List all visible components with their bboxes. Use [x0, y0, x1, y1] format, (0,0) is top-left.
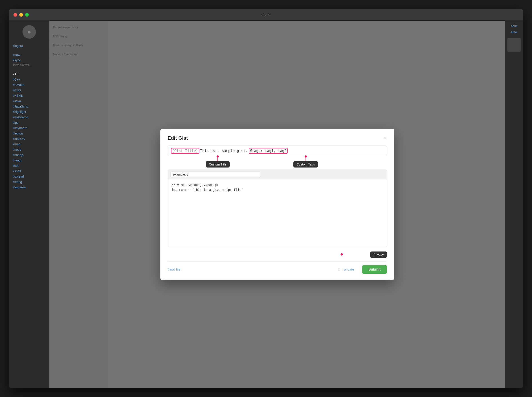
traffic-lights [13, 13, 29, 17]
add-file-link[interactable]: #add file [168, 267, 180, 271]
search-input[interactable] [507, 38, 521, 52]
sidebar-tag-html[interactable]: #HTML [9, 93, 50, 98]
privacy-tooltip: Privacy [370, 252, 387, 258]
avatar: ● [22, 25, 36, 39]
sidebar-tag-string[interactable]: #string [9, 179, 50, 185]
sidebar-tag-highlight[interactable]: #highlight [9, 109, 50, 115]
minimize-button[interactable] [19, 13, 23, 17]
custom-tags-tooltip: Custom Tags [294, 161, 318, 167]
private-label[interactable]: private [338, 267, 354, 271]
submit-button[interactable]: Submit [362, 265, 387, 274]
sidebar-tag-react[interactable]: #react [9, 158, 50, 163]
sidebar-item-sync[interactable]: #sync [9, 57, 50, 63]
main-content: Parse keywords for ES6 String Find comma… [50, 21, 505, 388]
sidebar-tag-macos[interactable]: #macOS [9, 136, 50, 142]
modal-overlay: Edit Gist × [Gist Title] This is a sampl… [50, 21, 505, 388]
sidebar-item-logout[interactable]: #logout [9, 43, 50, 49]
sidebar-tag-nodejs[interactable]: #nodejs [9, 152, 50, 158]
titlebar: Lepton [9, 9, 523, 21]
close-button[interactable] [13, 13, 17, 17]
sidebar-tags: #All #C++ #CMake #CSS #HTML #Java #JavaS… [9, 71, 50, 190]
custom-title-dot [217, 155, 219, 158]
custom-tags-annotation: Custom Tags [294, 155, 318, 167]
app-body: ● #logout #new #sync 23:26 01/02/2... #A… [9, 21, 523, 388]
edit-gist-modal: Edit Gist × [Gist Title] This is a sampl… [160, 129, 394, 280]
file-content-area[interactable]: // vim: syntax=javascript let test = 'Th… [168, 180, 387, 247]
custom-title-tooltip: Custom Title [206, 161, 230, 167]
modal-close-button[interactable]: × [384, 136, 387, 141]
window-title: Lepton [261, 13, 272, 17]
custom-tags-dot [305, 155, 307, 158]
sidebar-tag-css[interactable]: #CSS [9, 87, 50, 93]
sidebar-tag-shell[interactable]: #shell [9, 168, 50, 174]
sidebar-tag-set[interactable]: #set [9, 163, 50, 168]
footer-right: private Submit [338, 265, 387, 274]
sidebar-tag-cmake[interactable]: #CMake [9, 82, 50, 87]
gist-tags-part: #tags: tag1, tag2 [249, 148, 288, 154]
right-sidebar: #edit #raw [505, 21, 523, 388]
sidebar-tag-lepton[interactable]: #lepton [9, 131, 50, 136]
sidebar-tag-java[interactable]: #Java [9, 98, 50, 104]
sidebar-tag-spread[interactable]: #spread [9, 174, 50, 179]
privacy-dot [341, 253, 343, 255]
sidebar-tag-textarea[interactable]: #textarea [9, 185, 50, 190]
edit-link[interactable]: #edit [511, 24, 517, 28]
filename-input[interactable] [170, 172, 260, 177]
app-window: Lepton ● #logout #new #sync 23:26 01/02/… [9, 9, 523, 388]
file-line-2: let test = 'This is a javascript file' [171, 187, 383, 192]
modal-header: Edit Gist × [168, 135, 387, 141]
file-header [168, 170, 387, 180]
modal-title: Edit Gist [168, 135, 188, 141]
file-section: // vim: syntax=javascript let test = 'Th… [168, 169, 387, 247]
sidebar-tag-hostname[interactable]: #hostname [9, 115, 50, 120]
custom-title-annotation: Custom Title [206, 155, 230, 167]
sidebar-tag-map[interactable]: #map [9, 142, 50, 147]
gist-title-part: [Gist Title] [171, 148, 199, 154]
sidebar-tag-all[interactable]: #All [9, 71, 50, 77]
gist-desc-text: This is a sample gist. [200, 149, 248, 153]
custom-title-line [218, 158, 218, 161]
custom-tags-line [306, 158, 306, 161]
description-row: [Gist Title] This is a sample gist. #tag… [168, 145, 387, 156]
footer-row: #add file private Submit [168, 261, 387, 274]
sidebar-tag-cpp[interactable]: #C++ [9, 77, 50, 82]
sidebar-nav: #new #sync 23:26 01/02/2... [9, 52, 50, 68]
maximize-button[interactable] [25, 13, 29, 17]
privacy-annotation-area: Privacy [168, 251, 387, 260]
raw-link[interactable]: #raw [511, 30, 517, 34]
sidebar: ● #logout #new #sync 23:26 01/02/2... #A… [9, 21, 50, 388]
sidebar-item-new[interactable]: #new [9, 52, 50, 57]
file-line-1: // vim: syntax=javascript [171, 183, 383, 187]
sidebar-tag-node[interactable]: #node [9, 147, 50, 152]
private-checkbox[interactable] [338, 268, 342, 271]
sidebar-timestamp: 23:26 01/02/2... [9, 63, 50, 68]
sidebar-tag-keyboard[interactable]: #keyboard [9, 125, 50, 131]
sidebar-tag-javascript[interactable]: #JavaScrip [9, 104, 50, 109]
sidebar-tag-ipc[interactable]: #ipc [9, 120, 50, 125]
private-text: private [344, 267, 354, 271]
description-input-wrapper[interactable]: [Gist Title] This is a sample gist. #tag… [168, 145, 387, 156]
